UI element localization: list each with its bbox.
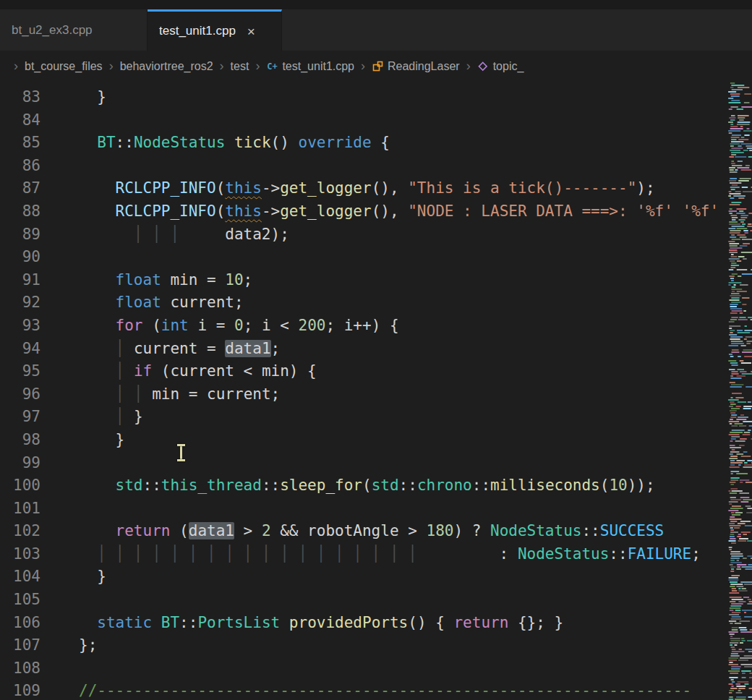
code-text[interactable]: │ } [79, 406, 143, 429]
code-text[interactable]: │ if (current < min) { [79, 360, 317, 383]
line-number[interactable]: 96 [0, 383, 40, 406]
line-number[interactable]: 90 [0, 246, 40, 269]
chevron-right-icon: › [109, 59, 114, 74]
code-text[interactable]: │ current = data1; [79, 338, 280, 361]
line-number[interactable]: 91 [0, 269, 40, 292]
code-line[interactable]: 104 } [0, 565, 727, 589]
line-number[interactable]: 97 [0, 406, 40, 429]
code-line[interactable]: 88 RCLCPP_INFO(this->get_logger(), "NODE… [0, 200, 727, 223]
code-text[interactable]: RCLCPP_INFO(this->get_logger(), "NODE : … [79, 200, 719, 223]
close-icon[interactable]: × [247, 25, 255, 38]
line-number[interactable]: 99 [0, 452, 40, 475]
code-text[interactable]: } [79, 565, 106, 589]
code-token: 0 [234, 317, 244, 334]
code-line[interactable]: 94 │ current = data1; [0, 338, 727, 361]
code-line[interactable]: 89 │ │ │ data2); [0, 223, 727, 247]
code-text[interactable]: static BT::PortsList providedPorts() { r… [79, 612, 563, 635]
code-token: BT [97, 134, 115, 151]
line-number[interactable]: 98 [0, 429, 40, 452]
code-text[interactable]: float min = 10; [79, 269, 252, 292]
code-token: │ [134, 385, 143, 403]
line-number[interactable]: 93 [0, 315, 40, 338]
line-number[interactable]: 84 [0, 109, 40, 132]
code-line[interactable]: 100 std::this_thread::sleep_for(std::chr… [0, 474, 727, 498]
code-line[interactable]: 105 [0, 589, 727, 612]
line-number[interactable]: 107 [0, 634, 40, 657]
code-line[interactable]: 90 [0, 246, 727, 269]
line-number[interactable]: 104 [0, 565, 40, 589]
code-token: > [234, 522, 262, 539]
line-number[interactable]: 88 [0, 200, 40, 223]
breadcrumb-item-behaviortree_ros2[interactable]: behaviortree_ros2 [120, 60, 213, 73]
code-text[interactable]: for (int i = 0; i < 200; i++) { [79, 315, 399, 338]
tab-test_unit1[interactable]: test_unit1.cpp × [148, 9, 282, 51]
line-number[interactable]: 85 [0, 132, 40, 155]
code-line[interactable]: 85 BT::NodeStatus tick() override { [0, 132, 727, 155]
code-token: data1 [225, 340, 270, 357]
code-text[interactable]: RCLCPP_INFO(this->get_logger(), "This is… [79, 177, 655, 200]
code-line[interactable]: 97 │ } [0, 406, 727, 429]
breadcrumb-item-test[interactable]: test [231, 60, 249, 73]
breadcrumb-item-bt_course_files[interactable]: bt_course_files [25, 60, 103, 73]
line-number[interactable]: 102 [0, 520, 40, 543]
code-text[interactable]: │ │ │ │ │ │ │ │ │ │ │ │ │ │ │ │ │ │ : No… [79, 543, 701, 566]
line-number[interactable]: 83 [0, 86, 40, 109]
line-number[interactable]: 105 [0, 589, 40, 612]
line-number[interactable]: 95 [0, 360, 40, 383]
code-token: │ [116, 408, 125, 425]
breadcrumb-item-test_unit1[interactable]: C+ test_unit1.cpp [266, 60, 354, 73]
line-number[interactable]: 89 [0, 223, 40, 247]
line-number[interactable]: 87 [0, 177, 40, 200]
line-number[interactable]: 108 [0, 657, 40, 680]
code-token: 2 [262, 522, 271, 539]
code-line[interactable]: 103 │ │ │ │ │ │ │ │ │ │ │ │ │ │ │ │ │ │ … [0, 543, 727, 566]
line-number[interactable]: 103 [0, 543, 40, 566]
code-line[interactable]: 91 float min = 10; [0, 269, 727, 292]
breadcrumb-item-topic[interactable]: topic_ [477, 60, 524, 73]
code-line[interactable]: 96 │ │ min = current; [0, 383, 727, 406]
code-text[interactable]: } [79, 86, 106, 109]
code-text[interactable]: return (data1 > 2 && robotAngle > 180) ?… [79, 520, 664, 543]
line-number[interactable]: 106 [0, 612, 40, 635]
code-line[interactable]: 106 static BT::PortsList providedPorts()… [0, 612, 727, 635]
code-text[interactable]: std::this_thread::sleep_for(std::chrono:… [79, 474, 655, 498]
code-text[interactable]: │ │ min = current; [79, 383, 280, 406]
code-line[interactable]: 101 [0, 498, 727, 521]
code-token: FAILURE [628, 545, 692, 563]
code-token: │ [116, 385, 125, 403]
code-line[interactable]: 95 │ if (current < min) { [0, 360, 727, 383]
code-line[interactable]: 107}; [0, 634, 727, 657]
code-line[interactable]: 99 [0, 452, 727, 475]
code-area[interactable]: 83 }8485 BT::NodeStatus tick() override … [0, 82, 727, 700]
code-text[interactable]: }; [79, 634, 97, 657]
code-line[interactable]: 84 [0, 109, 727, 132]
line-number[interactable]: 94 [0, 338, 40, 361]
code-token [79, 477, 116, 494]
breadcrumb-label: test_unit1.cpp [282, 60, 354, 73]
code-line[interactable]: 87 RCLCPP_INFO(this->get_logger(), "This… [0, 177, 727, 200]
code-line[interactable]: 92 float current; [0, 291, 727, 315]
code-line[interactable]: 86 [0, 155, 727, 178]
line-number[interactable]: 109 [0, 680, 40, 700]
code-token: this_thread [161, 477, 262, 494]
line-number[interactable]: 86 [0, 155, 40, 178]
tab-bt_u2_ex3[interactable]: bt_u2_ex3.cpp [0, 9, 148, 51]
code-line[interactable]: 108 [0, 657, 727, 680]
code-line[interactable]: 83 } [0, 86, 727, 109]
code-text[interactable]: //--------------------------------------… [79, 680, 691, 700]
line-number[interactable]: 92 [0, 291, 40, 315]
line-number[interactable]: 100 [0, 474, 40, 498]
editor[interactable]: 83 }8485 BT::NodeStatus tick() override … [0, 82, 752, 700]
code-text[interactable]: } [79, 429, 124, 452]
line-number[interactable]: 101 [0, 498, 40, 521]
code-text[interactable]: float current; [79, 291, 244, 315]
code-line[interactable]: 102 return (data1 > 2 && robotAngle > 18… [0, 520, 727, 543]
code-line[interactable]: 98 } [0, 429, 727, 452]
code-text[interactable]: BT::NodeStatus tick() override { [79, 132, 390, 155]
code-line[interactable]: 109//-----------------------------------… [0, 680, 727, 700]
code-token: data2); [225, 226, 289, 243]
code-line[interactable]: 93 for (int i = 0; i < 200; i++) { [0, 315, 727, 338]
code-text[interactable]: │ │ │ data2); [79, 223, 289, 247]
minimap[interactable] [727, 82, 752, 700]
breadcrumb-item-readinglaser[interactable]: ReadingLaser [372, 60, 460, 73]
